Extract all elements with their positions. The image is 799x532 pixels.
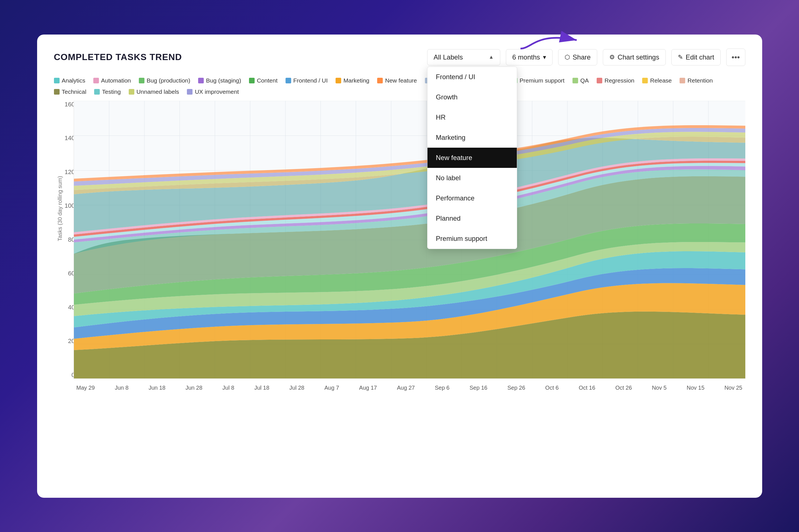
ellipsis-icon: •••	[731, 53, 740, 61]
main-card: COMPLETED TASKS TREND All Labels ▲ Front…	[37, 35, 762, 498]
legend-item-technical: Technical	[54, 89, 87, 95]
legend-item-bug-production: Bug (production)	[139, 77, 190, 84]
dropdown-item-growth[interactable]: Growth	[428, 87, 517, 107]
legend-color-bug-staging	[198, 78, 204, 83]
legend-item-bug-staging: Bug (staging)	[198, 77, 241, 84]
legend-item-ux-improvement: UX improvement	[187, 89, 239, 95]
header-controls: All Labels ▲ Frontend / UI Growth HR Mar…	[190, 49, 745, 66]
dropdown-item-performance[interactable]: Performance	[428, 188, 517, 208]
dropdown-item-planned[interactable]: Planned	[428, 208, 517, 229]
legend-color-technical	[54, 89, 59, 95]
more-options-button[interactable]: •••	[726, 49, 745, 66]
dropdown-label: All Labels	[434, 53, 463, 61]
chart-legend: Analytics Automation Bug (production) Bu…	[54, 77, 745, 95]
legend-item-retention: Retention	[679, 77, 713, 84]
legend-item-new-feature: New feature	[377, 77, 417, 84]
chart-svg-container	[74, 101, 745, 379]
chart-area: Tasks (30 day rolling sum) 0 20 40 60 80…	[54, 101, 745, 396]
legend-color-analytics	[54, 78, 59, 83]
legend-item-regression: Regression	[597, 77, 634, 84]
months-label: 6 months	[512, 53, 540, 61]
legend-item-premium-support: Premium support	[512, 77, 565, 84]
legend-color-marketing	[335, 78, 341, 83]
edit-icon: ✎	[678, 54, 683, 61]
dropdown-item-new-feature[interactable]: New feature	[428, 148, 517, 168]
settings-icon: ⚙	[609, 54, 615, 61]
share-icon: ⬡	[565, 54, 570, 61]
labels-dropdown-button[interactable]: All Labels ▲	[427, 49, 500, 65]
share-label: Share	[573, 53, 591, 61]
legend-item-analytics: Analytics	[54, 77, 86, 84]
legend-color-bug-production	[139, 78, 144, 83]
edit-chart-button[interactable]: ✎ Edit chart	[671, 49, 721, 65]
chart-title: COMPLETED TASKS TREND	[54, 52, 182, 62]
legend-color-regression	[597, 78, 602, 83]
legend-color-release	[642, 78, 648, 83]
chevron-down-icon: ▾	[543, 54, 546, 61]
legend-item-unnamed-labels: Unnamed labels	[129, 89, 179, 95]
dropdown-item-marketing[interactable]: Marketing	[428, 128, 517, 148]
legend-color-new-feature	[377, 78, 383, 83]
legend-item-testing: Testing	[94, 89, 121, 95]
chevron-up-icon: ▲	[489, 54, 494, 60]
chart-header: COMPLETED TASKS TREND All Labels ▲ Front…	[54, 49, 745, 66]
dropdown-item-premium-support[interactable]: Premium support	[428, 229, 517, 249]
legend-color-automation	[93, 78, 99, 83]
legend-color-frontend-ui	[286, 78, 291, 83]
legend-color-retention	[679, 78, 685, 83]
labels-dropdown-menu: Frontend / UI Growth HR Marketing New fe…	[427, 66, 517, 249]
chart-settings-label: Chart settings	[618, 53, 659, 61]
legend-color-ux-improvement	[187, 89, 193, 95]
chart-settings-button[interactable]: ⚙ Chart settings	[603, 49, 666, 65]
legend-item-frontend-ui: Frontend / UI	[286, 77, 328, 84]
legend-item-content: Content	[249, 77, 278, 84]
edit-chart-label: Edit chart	[686, 53, 714, 61]
legend-item-marketing: Marketing	[335, 77, 369, 84]
dropdown-item-hr[interactable]: HR	[428, 107, 517, 128]
legend-color-testing	[94, 89, 100, 95]
y-axis-labels: 0 20 40 60 80 100 120 140 160	[59, 101, 75, 379]
legend-color-qa	[573, 78, 578, 83]
labels-dropdown[interactable]: All Labels ▲ Frontend / UI Growth HR Mar…	[427, 49, 500, 65]
stacked-area-chart	[74, 101, 745, 378]
legend-item-qa: QA	[573, 77, 589, 84]
legend-item-automation: Automation	[93, 77, 131, 84]
legend-item-release: Release	[642, 77, 672, 84]
arrow-annotation	[515, 26, 588, 54]
legend-color-content	[249, 78, 255, 83]
legend-color-unnamed-labels	[129, 89, 134, 95]
dropdown-item-no-label[interactable]: No label	[428, 168, 517, 188]
x-axis-labels: May 29 Jun 8 Jun 18 Jun 28 Jul 8 Jul 18 …	[74, 380, 745, 396]
dropdown-item-frontend-ui[interactable]: Frontend / UI	[428, 67, 517, 87]
